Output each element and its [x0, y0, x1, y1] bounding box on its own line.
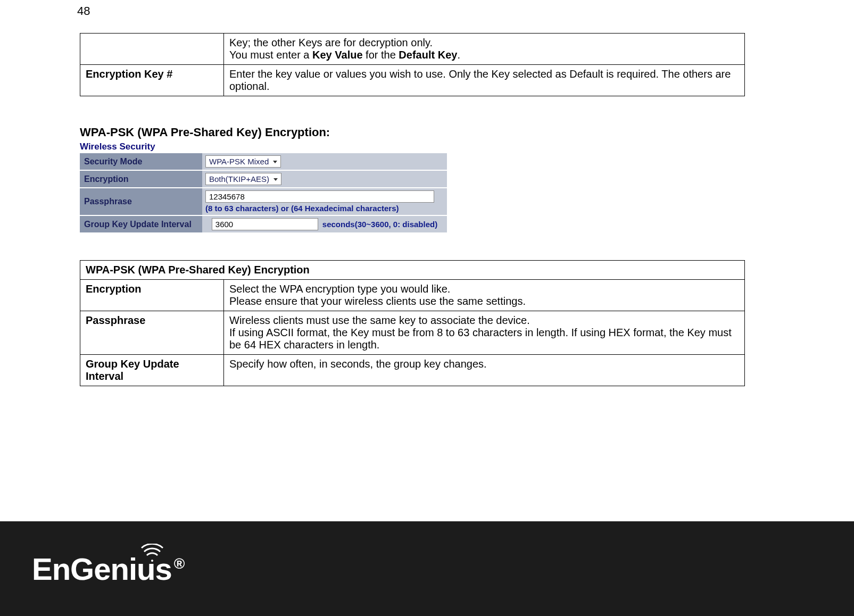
bold-text: Key Value — [312, 49, 363, 61]
group-key-field: seconds(30~3600, 0: disabled) — [202, 216, 447, 232]
select-value: Both(TKIP+AES) — [209, 174, 269, 184]
text: If using ASCII format, the Key must be f… — [229, 327, 732, 351]
table-row: Group Key Update Interval Specify how of… — [80, 355, 745, 386]
wifi-icon — [140, 544, 164, 562]
logo-text: EnGenius® — [32, 551, 184, 587]
select-value: WPA-PSK Mixed — [209, 157, 269, 166]
empty-label-cell — [80, 34, 224, 65]
passphrase-label: Passphrase — [80, 188, 202, 215]
table-header-row: WPA-PSK (WPA Pre-Shared Key) Encryption — [80, 261, 745, 280]
table-row: Key; the other Keys are for decryption o… — [80, 34, 745, 65]
table-row: Encryption Select the WPA encryption typ… — [80, 280, 745, 311]
footer: EnGenius® — [0, 521, 854, 616]
gkui-row-desc: Specify how often, in seconds, the group… — [224, 355, 745, 386]
text: Please ensure that your wireless clients… — [229, 295, 526, 307]
passphrase-row: Passphrase (8 to 63 characters) or (64 H… — [80, 188, 447, 216]
wpa-psk-heading: WPA-PSK (WPA Pre-Shared Key) Encryption: — [80, 126, 745, 139]
security-mode-select[interactable]: WPA-PSK Mixed — [205, 155, 281, 168]
group-key-hint: seconds(30~3600, 0: disabled) — [322, 220, 437, 229]
text: for the — [363, 49, 399, 61]
group-key-row: Group Key Update Interval seconds(30~360… — [80, 216, 447, 234]
encryption-row: Encryption Both(TKIP+AES) — [80, 171, 447, 188]
bold-text: Default Key — [399, 49, 457, 61]
default-key-description: Key; the other Keys are for decryption o… — [224, 34, 745, 65]
text: Wireless clients must use the same key t… — [229, 314, 530, 326]
text: Select the WPA encryption type you would… — [229, 283, 450, 295]
passphrase-input[interactable] — [205, 190, 434, 203]
wpa-psk-table-header: WPA-PSK (WPA Pre-Shared Key) Encryption — [80, 261, 745, 280]
passphrase-field: (8 to 63 characters) or (64 Hexadecimal … — [202, 188, 447, 215]
encryption-key-label: Encryption Key # — [80, 65, 224, 96]
passphrase-row-desc: Wireless clients must use the same key t… — [224, 311, 745, 355]
engenius-logo: EnGenius® — [32, 551, 184, 587]
text: . — [457, 49, 460, 61]
text: You must enter a — [229, 49, 312, 61]
wep-key-table: Key; the other Keys are for decryption o… — [80, 33, 745, 96]
encryption-field: Both(TKIP+AES) — [202, 171, 447, 187]
wpa-psk-table: WPA-PSK (WPA Pre-Shared Key) Encryption … — [80, 260, 745, 386]
passphrase-hint: (8 to 63 characters) or (64 Hexadecimal … — [205, 204, 444, 213]
security-mode-field: WPA-PSK Mixed — [202, 153, 447, 170]
group-key-input[interactable] — [212, 218, 318, 230]
page-number: 48 — [77, 4, 90, 18]
security-mode-row: Security Mode WPA-PSK Mixed — [80, 153, 447, 171]
encryption-row-label: Encryption — [80, 280, 224, 311]
table-row: Passphrase Wireless clients must use the… — [80, 311, 745, 355]
wireless-security-title: Wireless Security — [80, 141, 447, 152]
encryption-row-desc: Select the WPA encryption type you would… — [224, 280, 745, 311]
registered-icon: ® — [174, 555, 185, 572]
security-mode-label: Security Mode — [80, 153, 202, 170]
gkui-row-label: Group Key Update Interval — [80, 355, 224, 386]
encryption-select[interactable]: Both(TKIP+AES) — [205, 173, 281, 185]
table-row: Encryption Key # Enter the key value or … — [80, 65, 745, 96]
wireless-security-panel: Wireless Security Security Mode WPA-PSK … — [80, 141, 447, 234]
text: Key; the other Keys are for decryption o… — [229, 37, 433, 48]
encryption-label: Encryption — [80, 171, 202, 187]
encryption-key-description: Enter the key value or values you wish t… — [224, 65, 745, 96]
page-content: Key; the other Keys are for decryption o… — [80, 33, 745, 407]
passphrase-row-label: Passphrase — [80, 311, 224, 355]
group-key-label: Group Key Update Interval — [80, 216, 202, 232]
